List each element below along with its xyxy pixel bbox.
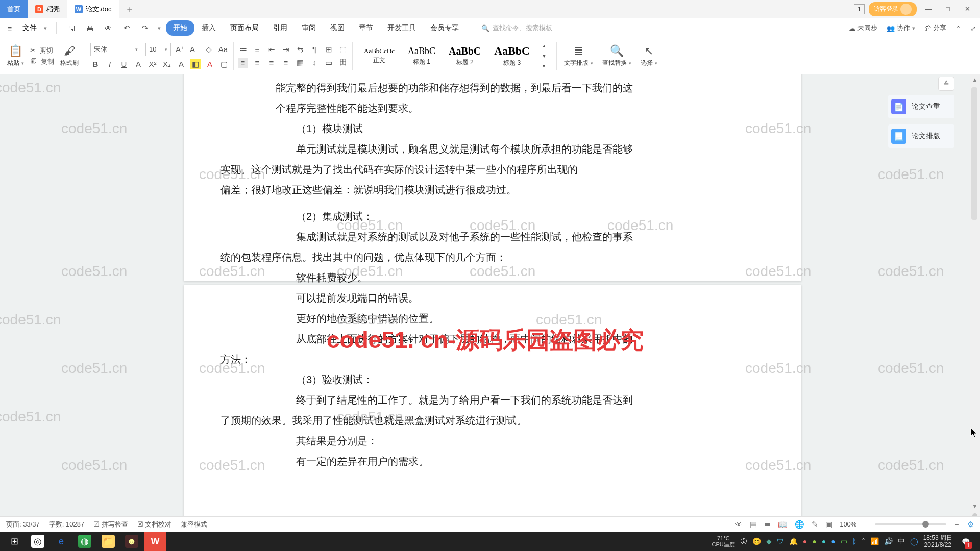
tab-devtools[interactable]: 开发工具	[380, 20, 423, 36]
page-indicator[interactable]: 1	[854, 4, 865, 14]
tab-layout[interactable]: 页面布局	[223, 20, 266, 36]
tab-document[interactable]: W论文.doc	[67, 0, 119, 18]
tab-view[interactable]: 视图	[323, 20, 352, 36]
font-size-select[interactable]: 10▾	[145, 43, 171, 56]
style-h2[interactable]: AaBbC标题 2	[445, 41, 485, 71]
taskbar-app-obs[interactable]: ◎	[27, 532, 49, 551]
number-list-icon[interactable]: ≡	[252, 44, 262, 55]
scroll-down-icon[interactable]: ▼	[970, 501, 980, 511]
scroll-up-icon[interactable]: ▲	[970, 74, 980, 85]
show-marks-icon[interactable]: ⬚	[338, 44, 348, 55]
tray-icon[interactable]: ●	[812, 537, 816, 545]
styles-scroll-down-icon[interactable]: ▼	[539, 51, 549, 61]
proofing-toggle[interactable]: ☒ 文档校对	[137, 520, 172, 529]
border-icon[interactable]: 田	[338, 58, 348, 68]
taskbar-app-unknown[interactable]: ☻	[120, 532, 143, 551]
superscript-button[interactable]: X²	[148, 59, 158, 69]
style-h3[interactable]: AaBbC标题 3	[490, 41, 534, 71]
menu-file[interactable]: 文件	[22, 23, 37, 33]
tab-chapter[interactable]: 章节	[352, 20, 380, 36]
taskbar-app-wps[interactable]: W	[144, 532, 166, 551]
tray-chevron-icon[interactable]: ˄	[862, 537, 865, 545]
clear-format-icon[interactable]: ◇	[204, 44, 214, 55]
fullscreen-icon[interactable]: ⤢	[970, 24, 976, 32]
cut-button[interactable]: ✂ 剪切	[30, 46, 54, 55]
tray-shield-icon[interactable]: 🛡	[777, 537, 784, 545]
wifi-icon[interactable]: 📶	[870, 537, 879, 545]
zoom-slider[interactable]	[875, 523, 946, 525]
undo-icon[interactable]: ↶	[121, 22, 132, 34]
zoom-out-button[interactable]: −	[864, 520, 868, 528]
collapse-ribbon-icon[interactable]: ⌃	[955, 24, 961, 32]
page-count[interactable]: 页面: 33/37	[6, 520, 40, 529]
new-tab-button[interactable]: ＋	[119, 3, 140, 15]
edit-icon[interactable]: ✎	[812, 520, 818, 529]
tray-icon[interactable]: ●	[822, 537, 826, 545]
print-preview-icon[interactable]: 👁	[103, 22, 114, 34]
font-grow-icon[interactable]: A⁺	[175, 44, 185, 55]
redo-icon[interactable]: ↷	[139, 22, 151, 34]
eye-icon[interactable]: 👁	[735, 520, 743, 529]
window-maximize[interactable]: □	[940, 5, 955, 13]
underline-button[interactable]: U	[119, 59, 129, 69]
align-left-icon[interactable]: ≡	[238, 58, 248, 68]
paragraph-mark-icon[interactable]: ¶	[309, 44, 320, 55]
outline-icon[interactable]: ≣	[764, 520, 771, 529]
quick-dd-icon[interactable]: ▾	[158, 25, 161, 32]
line-spacing-icon[interactable]: ↕	[309, 58, 320, 68]
tray-icon[interactable]: ●	[803, 537, 807, 545]
file-dropdown-icon[interactable]: ▾	[44, 25, 47, 32]
font-color-button[interactable]: A	[133, 59, 143, 69]
subscript-button[interactable]: X₂	[162, 59, 172, 69]
settings-icon[interactable]: ⚙	[967, 520, 974, 529]
search-input[interactable]: 查找命令、搜索模板	[481, 23, 563, 33]
tab-reference[interactable]: 引用	[266, 20, 295, 36]
increase-indent-icon[interactable]: ⇥	[281, 44, 291, 55]
paper-typeset-button[interactable]: 📃论文排版	[888, 124, 954, 148]
decrease-indent-icon[interactable]: ⇤	[266, 44, 277, 55]
zoom-in-button[interactable]: ＋	[953, 520, 960, 529]
clock[interactable]: 18:53 周日2021/8/22	[923, 534, 952, 548]
print-icon[interactable]: 🖶	[84, 22, 95, 34]
tray-icon[interactable]: ◆	[766, 537, 772, 545]
taskbar-app-chrome[interactable]: ◍	[74, 532, 96, 551]
style-body[interactable]: AaBbCcDc正文	[360, 41, 399, 71]
tray-bell-icon[interactable]: 🔔	[789, 537, 798, 545]
collab-button[interactable]: 👥 协作 ▾	[887, 23, 915, 33]
tab-daoke[interactable]: D稻壳	[28, 0, 67, 18]
highlight-button[interactable]: ◧	[190, 59, 201, 69]
hamburger-icon[interactable]: ≡	[4, 22, 15, 34]
sidepanel-toggle[interactable]: ≙	[938, 77, 954, 91]
tab-icon[interactable]: ⊞	[324, 44, 334, 55]
paste-icon[interactable]: 📋	[9, 44, 22, 58]
select-button[interactable]: ↖选择▾	[638, 38, 660, 74]
align-justify-icon[interactable]: ≡	[281, 58, 291, 68]
text-typeset-button[interactable]: ≣文字排版▾	[561, 38, 596, 74]
web-layout-icon[interactable]: 🌐	[795, 520, 804, 529]
fit-icon[interactable]: ▣	[825, 520, 832, 529]
sync-status[interactable]: ☁ 未同步	[849, 23, 877, 33]
start-button[interactable]: ⊞	[3, 532, 26, 551]
align-center-icon[interactable]: ≡	[252, 58, 262, 68]
font-shrink-icon[interactable]: A⁻	[189, 44, 200, 55]
char-box-button[interactable]: ▢	[219, 59, 229, 69]
align-right-icon[interactable]: ≡	[266, 58, 277, 68]
save-icon[interactable]: 🖫	[66, 22, 77, 34]
tray-icon[interactable]: ●	[831, 537, 835, 545]
styles-scroll-up-icon[interactable]: ▲	[539, 41, 549, 51]
notification-icon[interactable]: 💬1	[958, 532, 974, 551]
share-button[interactable]: ⮳ 分享	[924, 23, 946, 33]
tab-start[interactable]: 开始	[166, 20, 194, 36]
text-direction-icon[interactable]: ⇆	[295, 44, 305, 55]
font-name-select[interactable]: 宋体▾	[90, 43, 141, 56]
tab-review[interactable]: 审阅	[295, 20, 323, 36]
font-style-button[interactable]: A	[176, 59, 186, 69]
style-h1[interactable]: AaBbC标题 1	[404, 41, 439, 71]
document-area[interactable]: 能完整的得到我们最后想要的功能和储存想得到的数据，到最后看一下我们的这 个程序完…	[0, 74, 970, 530]
tray-icon[interactable]: 🛈	[740, 537, 747, 545]
tab-home[interactable]: 首页	[0, 0, 28, 18]
bullet-list-icon[interactable]: ≔	[238, 44, 248, 55]
paper-check-button[interactable]: 📄论文查重	[888, 95, 954, 118]
tray-icon[interactable]: 😊	[752, 537, 761, 545]
change-case-icon[interactable]: Aa	[218, 44, 228, 55]
